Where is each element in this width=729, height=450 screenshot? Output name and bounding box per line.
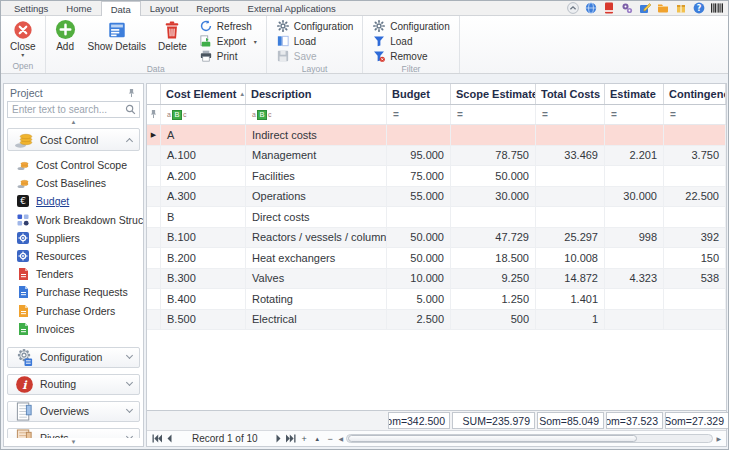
cell-scope_estimate: 1.250 [451,289,536,309]
grid-row-b-500[interactable]: B.500Electrical2.5005001 [147,310,726,331]
row-indicator-header[interactable] [147,84,161,104]
grid-row-b-400[interactable]: B.400Rotating5.0001.2501.401 [147,289,726,310]
column-header-scope-estimate[interactable]: Scope Estimate [451,84,536,104]
export-button[interactable]: Export ▾ [195,34,261,48]
cell-estimate [605,166,664,186]
collapse-ribbon-icon[interactable] [567,2,579,14]
column-header-estimate[interactable]: Estimate [605,84,664,104]
search-icon[interactable] [124,104,136,116]
column-header-budget[interactable]: Budget [387,84,451,104]
close-button[interactable]: Close ▾ [4,18,42,58]
column-header-description[interactable]: Description [246,84,387,104]
filter-row-indicator[interactable] [147,105,161,124]
layout-save-button[interactable]: Save [272,49,357,63]
delete-button[interactable]: Delete [152,18,193,52]
nav-edit-button[interactable]: ▲ [311,433,324,445]
layout-configuration-button[interactable]: Configuration [272,19,357,33]
nav-last-button[interactable] [285,433,298,445]
filter-remove-button[interactable]: Remove [368,49,453,63]
sidebar-group-configuration[interactable]: Configuration [7,347,140,368]
tab-data[interactable]: Data [101,1,141,16]
filter-cell-scope-estimate[interactable]: = [451,105,536,124]
sidebar-collapse-up-icon[interactable]: ▲ [4,119,143,126]
scroll-right-icon[interactable]: ▶ [714,435,723,442]
sidebar-item-budget[interactable]: €Budget [4,192,143,210]
footer-summary-budget: Som=342.500 [388,412,450,429]
help-icon[interactable]: ? [693,2,705,14]
grid-row-a-300[interactable]: A.300Operations55.00030.00030.00022.500 [147,187,726,208]
sidebar-group-cost-control[interactable]: Cost Control [7,128,140,151]
cell-budget: 10.000 [387,269,451,289]
sidebar-item-work-breakdown-structure[interactable]: Work Breakdown Structure [4,211,143,229]
grid-row-b-200[interactable]: B.200Heat exchangers50.00018.50010.00815… [147,248,726,269]
refresh-button[interactable]: Refresh [195,19,261,33]
sidebar-item-invoices[interactable]: Invoices [4,320,143,338]
cost-scope-icon [17,159,29,171]
tab-settings[interactable]: Settings [5,1,57,15]
cell-description: Operations [246,187,387,207]
sidebar-group-pivots[interactable]: Pivots [7,428,140,438]
nav-first-button[interactable] [150,433,163,445]
scroll-left-icon[interactable]: ◀ [337,435,346,442]
services-icon[interactable] [621,2,633,14]
tab-reports[interactable]: Reports [187,1,238,15]
cell-total_costs: 33.469 [536,146,605,166]
grid-row-b-100[interactable]: B.100Reactors / vessels / columns50.0004… [147,228,726,249]
nav-append-button[interactable]: + [298,433,311,445]
column-header-contingency[interactable]: Contingency [664,84,726,104]
layout-load-button[interactable]: Load [272,34,357,48]
filter-cell-description[interactable]: aBc [246,105,387,124]
sidebar-item-suppliers[interactable]: Suppliers [4,229,143,247]
globe-icon[interactable] [585,2,597,14]
filter-cell-cost-element[interactable]: aBc [161,105,246,124]
filter-cell-contingency[interactable]: = [664,105,726,124]
sidebar-group-overviews[interactable]: Overviews [7,401,140,422]
sidebar-item-tenders[interactable]: Tenders [4,265,143,283]
sidebar-item-purchase-orders[interactable]: Purchase Orders [4,302,143,320]
grid-row-a[interactable]: ▶AIndirect costs [147,125,726,146]
package-icon[interactable] [675,2,687,14]
sidebar-group-routing[interactable]: iRouting [7,374,140,395]
grid-row-a-200[interactable]: A.200Facilities75.00050.000 [147,166,726,187]
filter-cell-estimate[interactable]: = [605,105,664,124]
grid-row-b[interactable]: BDirect costs [147,207,726,228]
filter-cell-total-costs[interactable]: = [536,105,605,124]
nav-prev-button[interactable] [163,433,176,445]
column-header-total-costs[interactable]: Total Costs [536,84,605,104]
column-header-cost-element[interactable]: Cost Element▲ [161,84,246,104]
pin-icon[interactable] [125,87,137,99]
sidebar-item-label: Cost Baselines [36,177,106,189]
sidebar-more-down-icon[interactable]: ▼ [4,438,143,446]
edit-icon[interactable] [639,2,651,14]
folder-icon[interactable] [657,2,669,14]
search-input[interactable] [8,104,124,115]
barcode-icon[interactable] [711,2,723,14]
cell-description: Indirect costs [246,125,387,145]
grid-row-a-100[interactable]: A.100Management95.00078.75033.4692.2013.… [147,146,726,167]
sidebar-item-cost-control-scope[interactable]: Cost Control Scope [4,156,143,174]
sidebar-item-purchase-requests[interactable]: Purchase Requests [4,283,143,301]
filter-configuration-button[interactable]: Configuration [368,19,453,33]
sidebar-item-resources[interactable]: Resources [4,247,143,265]
nav-next-button[interactable] [272,433,285,445]
tab-external-applications[interactable]: External Applications [239,1,345,15]
cell-description: Electrical [246,310,387,330]
sidebar-item-cost-baselines[interactable]: Cost Baselines [4,174,143,192]
add-button[interactable]: Add [49,18,82,52]
svg-text:€: € [20,197,26,207]
equals-filter-icon: = [670,109,676,120]
nav-delete-button[interactable]: − [324,433,337,445]
filter-cell-budget[interactable]: = [387,105,451,124]
filter-load-button[interactable]: Load [368,34,453,48]
layout-load-label: Load [294,36,316,47]
documentation-icon[interactable] [603,2,615,14]
cell-budget: 55.000 [387,187,451,207]
print-button[interactable]: Print [195,49,261,63]
tab-layout[interactable]: Layout [141,1,188,15]
horizontal-scrollbar[interactable] [346,434,713,443]
chevron-down-icon [126,352,133,359]
show-details-button[interactable]: Show Details [82,18,152,52]
grid-row-b-300[interactable]: B.300Valves10.0009.25014.8724.323538 [147,269,726,290]
scrollbar-thumb[interactable] [348,435,636,442]
tab-home[interactable]: Home [57,1,100,15]
